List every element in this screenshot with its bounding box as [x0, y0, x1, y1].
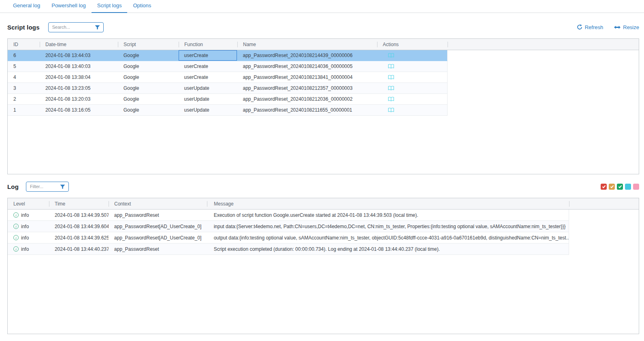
column-header-datetime[interactable]: Date-time — [40, 39, 118, 50]
script-logs-table-body: 6 2024-01-08 13:44:03 Google userCreate … — [8, 50, 639, 116]
table-row[interactable]: 3 2024-01-08 13:23:05 Google userUpdate … — [8, 83, 448, 94]
level-toggle[interactable] — [617, 184, 623, 190]
search-input[interactable]: Search... — [48, 22, 104, 32]
open-log-book-button[interactable] — [388, 108, 394, 112]
cell-datetime: 2024-01-08 13:20:03 — [40, 94, 118, 104]
table-row[interactable]: 2 2024-01-08 13:20:03 Google userUpdate … — [8, 94, 448, 105]
cell-datetime: 2024-01-08 13:44:03 — [40, 50, 118, 61]
filter-input[interactable]: Filter... — [26, 182, 69, 192]
cell-datetime: 2024-01-08 13:38:04 — [40, 72, 118, 83]
cell-datetime: 2024-01-08 13:16:05 — [40, 105, 118, 115]
open-log-book-button[interactable] — [388, 53, 394, 58]
column-header-filler — [569, 198, 639, 209]
log-row[interactable]: i info 2024-01-08 13:44:39.507 app_Passw… — [8, 210, 569, 221]
cell-function: userUpdate — [179, 105, 237, 115]
level-label: info — [21, 235, 29, 241]
cell-level: i info — [8, 232, 49, 243]
table-row[interactable]: 5 2024-01-08 13:40:03 Google userCreate … — [8, 61, 448, 72]
cell-name: app_PasswordReset_20240108212357_0000000… — [237, 83, 377, 93]
column-header-time[interactable]: Time — [49, 198, 109, 209]
cell-time: 2024-01-08 13:44:39.604 — [49, 221, 109, 232]
resize-icon — [614, 25, 621, 29]
cell-id: 6 — [8, 50, 40, 61]
level-toggle[interactable] — [633, 184, 639, 190]
info-icon: i — [13, 212, 19, 218]
log-table: Level Time Context Message i info 2024-0… — [7, 198, 639, 334]
open-book-icon — [388, 64, 394, 69]
level-label: info — [21, 224, 29, 229]
cell-name: app_PasswordReset_20240108214036_0000000… — [237, 61, 377, 72]
script-logs-table: ID Date-time Script Function Name Action… — [7, 38, 639, 174]
log-header: Log Filter... — [0, 180, 644, 193]
level-toggle[interactable] — [601, 184, 607, 190]
cell-context: app_PasswordReset[AD_UserCreate_0] — [109, 221, 207, 232]
cell-datetime: 2024-01-08 13:40:03 — [40, 61, 118, 72]
info-icon: i — [13, 224, 19, 229]
cell-script: Google — [118, 50, 179, 61]
column-header-message[interactable]: Message — [207, 198, 569, 209]
level-toggle[interactable] — [609, 184, 615, 190]
cell-message: Execution of script function Google.user… — [207, 210, 569, 220]
cell-actions — [377, 61, 447, 72]
cell-id: 1 — [8, 105, 40, 115]
cell-name: app_PasswordReset_20240108214439_0000000… — [237, 50, 377, 61]
cell-level: i info — [8, 244, 49, 254]
cell-context: app_PasswordReset — [109, 210, 207, 220]
filter-placeholder: Filter... — [30, 184, 43, 189]
check-icon — [602, 185, 606, 189]
level-toggle[interactable] — [625, 184, 631, 190]
cell-time: 2024-01-08 13:44:40.237 — [49, 244, 109, 254]
log-row[interactable]: i info 2024-01-08 13:44:39.625 app_Passw… — [8, 232, 569, 244]
open-book-icon — [388, 53, 394, 58]
cell-script: Google — [118, 61, 179, 72]
resize-button[interactable]: Resize — [614, 24, 639, 30]
open-log-book-button[interactable] — [388, 75, 394, 80]
cell-script: Google — [118, 105, 179, 115]
column-header-name[interactable]: Name — [237, 39, 377, 50]
column-header-context[interactable]: Context — [109, 198, 207, 209]
cell-datetime: 2024-01-08 13:23:05 — [40, 83, 118, 93]
cell-message: input data:{Server:t4edemo.net, Path:CN=… — [207, 221, 569, 232]
open-log-book-button[interactable] — [388, 86, 394, 91]
column-header-function[interactable]: Function — [179, 39, 237, 50]
tab-bar: General log Powershell log Script logs O… — [0, 0, 644, 13]
info-icon: i — [13, 235, 19, 240]
column-header-filler — [448, 39, 639, 50]
table-row[interactable]: 1 2024-01-08 13:16:05 Google userUpdate … — [8, 105, 448, 116]
column-header-actions[interactable]: Actions — [377, 39, 448, 50]
cell-id: 3 — [8, 83, 40, 93]
open-book-icon — [388, 108, 394, 112]
cell-id: 4 — [8, 72, 40, 83]
page-title: Script logs — [7, 24, 40, 31]
tab[interactable]: Options — [127, 0, 157, 13]
table-row[interactable]: 6 2024-01-08 13:44:03 Google userCreate … — [8, 50, 448, 61]
open-log-book-button[interactable] — [388, 64, 394, 69]
tab[interactable]: General log — [7, 0, 46, 13]
column-header-id[interactable]: ID — [8, 39, 40, 50]
level-label: info — [21, 246, 29, 252]
cell-function: userUpdate — [179, 94, 237, 104]
column-header-script[interactable]: Script — [118, 39, 179, 50]
cell-actions — [377, 83, 447, 93]
log-row[interactable]: i info 2024-01-08 13:44:40.237 app_Passw… — [8, 244, 569, 255]
cell-context: app_PasswordReset[AD_UserCreate_0] — [109, 232, 207, 243]
open-log-book-button[interactable] — [388, 97, 394, 102]
resize-label: Resize — [623, 24, 639, 30]
column-header-level[interactable]: Level — [8, 198, 49, 209]
cell-id: 2 — [8, 94, 40, 104]
cell-id: 5 — [8, 61, 40, 72]
tab[interactable]: Script logs — [92, 0, 128, 13]
log-table-body: i info 2024-01-08 13:44:39.507 app_Passw… — [8, 210, 639, 255]
refresh-button[interactable]: Refresh — [577, 24, 603, 30]
tab[interactable]: Powershell log — [46, 0, 92, 13]
cell-level: i info — [8, 210, 49, 220]
script-logs-header: Script logs Search... Refresh Resize — [0, 21, 644, 33]
cell-name: app_PasswordReset_20240108212036_0000000… — [237, 94, 377, 104]
script-logs-table-header: ID Date-time Script Function Name Action… — [8, 39, 639, 50]
log-row[interactable]: i info 2024-01-08 13:44:39.604 app_Passw… — [8, 221, 569, 232]
table-row[interactable]: 4 2024-01-08 13:38:04 Google userCreate … — [8, 72, 448, 83]
cell-script: Google — [118, 72, 179, 83]
cell-actions — [377, 94, 447, 104]
log-title: Log — [7, 183, 19, 190]
open-book-icon — [388, 75, 394, 80]
